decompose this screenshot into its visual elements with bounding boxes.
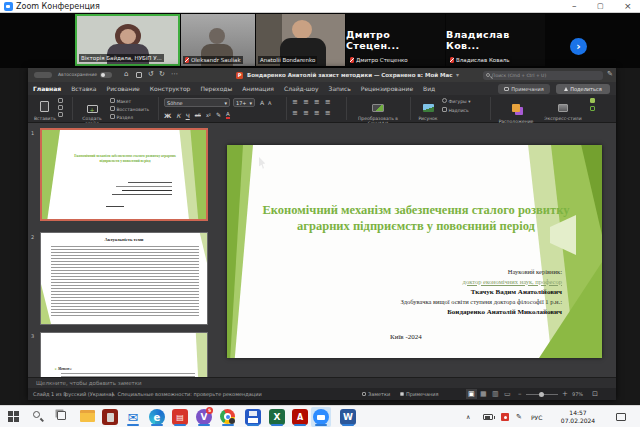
language-indicator[interactable]: РУС — [531, 414, 542, 421]
italic-button[interactable]: К — [176, 112, 180, 119]
minimize-icon[interactable]: – — [572, 1, 577, 11]
font-size-select[interactable]: 17+ ▾ — [233, 98, 255, 107]
clock[interactable]: 14:57 07.02.2024 — [552, 409, 604, 425]
zoom-out-button[interactable]: – — [518, 388, 522, 400]
tab-konstruktor[interactable]: Конструктор — [145, 85, 196, 92]
zoom-slider-thumb[interactable] — [539, 392, 544, 397]
view-sorter-button[interactable]: ▦ — [480, 388, 487, 400]
notes-placeholder-bar[interactable]: Щелкните, чтобы добавить заметки — [28, 377, 616, 388]
zoom-percentage[interactable]: 97% — [572, 388, 583, 400]
fit-to-window-icon[interactable]: ⊡ — [592, 388, 598, 400]
next-participants-button[interactable]: › — [570, 38, 587, 55]
language-indicator[interactable]: русский (Украина) — [65, 388, 114, 400]
font-name-select[interactable]: Söhne ▾ — [164, 98, 230, 107]
view-reading-button[interactable]: ▥ — [492, 388, 499, 400]
bold-button[interactable]: Ж — [164, 112, 171, 119]
search-box[interactable]: Поиск (Cmd + Ctrl + U) — [483, 71, 603, 80]
viber-icon[interactable]: V 5 — [196, 409, 212, 425]
notification-center-icon[interactable] — [616, 413, 626, 421]
smartart-button[interactable]: Преобразовать в SmartArt — [352, 97, 404, 126]
tab-retsenzirovanie[interactable]: Рецензирование — [356, 85, 418, 92]
align-right-icon[interactable]: ≡ — [314, 110, 320, 117]
arrange-button[interactable]: Расположение — [496, 97, 536, 124]
chevron-down-icon[interactable]: ▾ — [456, 72, 459, 78]
task-view-icon[interactable] — [57, 411, 66, 420]
picture-button[interactable]: Рисунок — [416, 97, 440, 121]
tab-vid[interactable]: Вид — [418, 85, 440, 92]
slide-credits-textbox[interactable]: Науковий керівник: доктор економічних на… — [332, 267, 562, 317]
maximize-icon[interactable]: ▢ — [597, 2, 604, 10]
participant-tile-oleksandr[interactable]: Oleksandr Sauliak — [181, 14, 255, 66]
comments-button[interactable]: Примечания — [498, 84, 550, 94]
new-slide-button[interactable]: + Создать слайд — [78, 97, 106, 126]
start-button[interactable] — [8, 411, 13, 416]
acrobat-pdf-icon[interactable]: A — [292, 409, 308, 425]
indent-increase-icon[interactable]: ≡ — [325, 99, 331, 106]
tab-glavnaya[interactable]: Главная — [28, 85, 66, 92]
excel-icon[interactable]: X — [269, 409, 285, 425]
floppy-app-icon[interactable] — [245, 409, 261, 425]
participant-tile-viktoriia[interactable]: Вікторія Байдала, НУБіП У... — [75, 14, 180, 66]
numbered-list-icon[interactable]: ≡ — [303, 99, 309, 106]
window-traffic-lights[interactable] — [34, 72, 52, 78]
section-button[interactable]: Раздел — [110, 114, 149, 120]
view-slideshow-button[interactable]: ▭ — [504, 388, 511, 400]
view-normal-button[interactable]: ▣ — [466, 389, 477, 399]
quick-styles-button[interactable]: Экспресс-стили — [540, 97, 586, 121]
indent-decrease-icon[interactable]: ≡ — [314, 99, 320, 106]
textbox-button[interactable]: Надпись — [442, 107, 470, 113]
tab-vstavka[interactable]: Вставка — [66, 85, 101, 92]
tray-app-icon[interactable] — [501, 413, 509, 421]
comments-toggle[interactable]: Примечания — [400, 388, 439, 400]
participant-tile-anatolii[interactable]: Anatolii Bondarenko — [256, 14, 345, 66]
participant-tile-dmytro[interactable]: Дмитро Стецен... Дмитро Стеценко — [346, 14, 445, 66]
tab-perekhody[interactable]: Переходы — [195, 85, 237, 92]
reset-button[interactable]: Восстановить — [110, 106, 149, 112]
notes-toggle[interactable]: Заметки — [362, 388, 390, 400]
layout-button[interactable]: Макет — [110, 98, 149, 104]
slide-thumbnail-2[interactable]: Актуальність теми — [40, 232, 208, 325]
format-painter-icon[interactable] — [58, 112, 63, 117]
accessibility-status[interactable]: ♿ Специальные возможности: проверьте рек… — [111, 388, 262, 400]
grow-font-icon[interactable]: A — [260, 99, 264, 106]
strikethrough-button[interactable]: аб — [195, 112, 201, 118]
word-icon[interactable]: W — [340, 409, 356, 425]
zoom-in-button[interactable]: + — [562, 388, 568, 400]
align-center-icon[interactable]: ≡ — [303, 110, 309, 117]
slide-canvas[interactable]: Економічний механізм забезпечення сталог… — [227, 145, 602, 358]
more-icon[interactable]: ⋯ — [171, 71, 178, 78]
reader-app-icon[interactable]: ▤ — [172, 409, 188, 425]
align-left-icon[interactable]: ≡ — [292, 110, 298, 117]
tab-animatsiya[interactable]: Анимация — [237, 85, 279, 92]
bullet-list-icon[interactable]: ≡ — [292, 99, 298, 106]
mail-icon[interactable]: ✉ — [125, 409, 141, 425]
cut-icon[interactable] — [58, 98, 63, 103]
pen-tray-icon[interactable]: ✎ — [516, 413, 522, 421]
edge-icon[interactable]: e — [149, 409, 165, 425]
redo-icon[interactable]: ↻ — [159, 71, 165, 78]
tray-chevron-icon[interactable]: ∧ — [466, 413, 470, 420]
battery-icon[interactable] — [483, 414, 493, 420]
slide-title-textbox[interactable]: Економічний механізм забезпечення сталог… — [261, 203, 571, 234]
shape-fill-icon[interactable] — [590, 98, 595, 103]
close-icon[interactable]: × — [624, 1, 632, 11]
slide-thumbnail-1[interactable]: Економічний механізм забезпечення сталог… — [40, 128, 208, 221]
font-color-button[interactable]: А — [226, 111, 230, 119]
shape-outline-icon[interactable] — [590, 106, 595, 111]
app-icon-red[interactable] — [102, 409, 118, 425]
home-icon[interactable]: ⌂ — [124, 71, 128, 78]
undo-icon[interactable]: ↺ — [148, 71, 154, 78]
tab-slideshow[interactable]: Слайд-шоу — [279, 85, 324, 92]
participant-tile-vladyslav[interactable]: Владислав Ков... Владислав Коваль — [446, 14, 545, 66]
share-button[interactable]: Поделиться — [556, 84, 610, 94]
slide-thumbnail-3[interactable]: ▸ Метою є ▸ Об'єкт дослідження — — [40, 332, 208, 377]
taskbar-search-icon[interactable] — [33, 411, 40, 418]
copy-icon[interactable] — [58, 105, 63, 110]
pen-icon[interactable]: ✎ — [607, 71, 613, 78]
file-explorer-icon[interactable] — [80, 410, 95, 422]
chrome-icon[interactable] — [220, 409, 235, 424]
paste-button[interactable]: Вставить — [34, 97, 54, 121]
tab-risovanie[interactable]: Рисование — [102, 85, 145, 92]
tab-zapis[interactable]: Запись — [324, 85, 356, 92]
line-spacing-icon[interactable]: ≡ — [325, 110, 331, 117]
